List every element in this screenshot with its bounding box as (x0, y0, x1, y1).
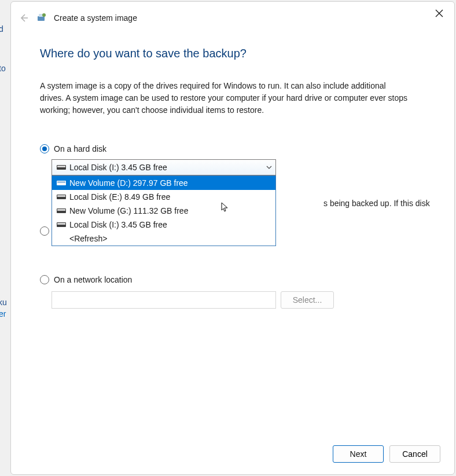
svg-rect-4 (57, 166, 65, 167)
page-description: A system image is a copy of the drives r… (40, 80, 410, 116)
hard-disk-combo-wrapper: Local Disk (I:) 3.45 GB free New Volume … (52, 159, 276, 175)
dropdown-item-refresh[interactable]: <Refresh> (52, 232, 275, 246)
radio-icon (40, 226, 49, 236)
combo-selected-text: Local Disk (I:) 3.45 GB free (69, 163, 167, 172)
close-icon (435, 9, 443, 17)
drive-icon (57, 208, 66, 214)
chevron-down-icon (266, 163, 272, 172)
network-input-row: Select... (52, 291, 425, 309)
svg-rect-12 (57, 223, 65, 225)
close-button[interactable] (430, 5, 448, 21)
radio-icon (40, 275, 49, 284)
next-button[interactable]: Next (333, 445, 384, 463)
hard-disk-combo[interactable]: Local Disk (I:) 3.45 GB free (52, 159, 276, 175)
radio-label-hard-disk: On a hard disk (54, 144, 106, 153)
dialog-header: Create a system image (11, 2, 454, 27)
dropdown-item-label: New Volume (D:) 297.97 GB free (69, 178, 188, 188)
dialog-content: Where do you want to save the backup? A … (11, 27, 454, 436)
network-location-input[interactable] (52, 291, 276, 309)
dropdown-item-label: Local Disk (E:) 8.49 GB free (69, 192, 170, 202)
radio-label-network: On a network location (54, 275, 132, 284)
svg-rect-8 (57, 195, 65, 197)
dropdown-item-local-disk-e[interactable]: Local Disk (E:) 8.49 GB free (52, 190, 275, 204)
svg-point-2 (42, 13, 46, 17)
radio-dvd[interactable] (40, 226, 49, 236)
dropdown-item-label: Local Disk (I:) 3.45 GB free (69, 220, 167, 229)
back-arrow-icon (19, 13, 28, 23)
option-hard-disk: On a hard disk Local Disk (I:) 3.45 GB f… (40, 144, 425, 175)
svg-rect-0 (38, 16, 45, 21)
svg-rect-10 (57, 209, 65, 211)
drive-icon (57, 222, 66, 228)
dialog-title: Create a system image (54, 13, 137, 23)
drive-icon (57, 164, 66, 170)
warning-text-fragment: s being backed up. If this disk (323, 199, 430, 208)
background-sidebar: d to cku er (0, 0, 10, 476)
radio-network[interactable]: On a network location (40, 275, 425, 284)
cancel-button[interactable]: Cancel (389, 445, 440, 463)
dropdown-item-new-volume-d[interactable]: New Volume (D:) 297.97 GB free (52, 176, 275, 190)
dropdown-item-label: <Refresh> (69, 234, 107, 243)
back-button[interactable] (18, 12, 30, 24)
svg-rect-6 (57, 181, 65, 183)
dropdown-item-local-disk-i[interactable]: Local Disk (I:) 3.45 GB free (52, 218, 275, 232)
page-heading: Where do you want to save the backup? (40, 47, 425, 60)
radio-icon (40, 144, 49, 153)
system-image-icon (36, 13, 47, 23)
drive-icon (57, 194, 66, 200)
hard-disk-dropdown: New Volume (D:) 297.97 GB free Local Dis… (52, 175, 276, 246)
dropdown-item-new-volume-g[interactable]: New Volume (G:) 111.32 GB free (52, 204, 275, 218)
create-system-image-dialog: Create a system image Where do you want … (10, 1, 455, 475)
drive-icon (57, 180, 66, 186)
dropdown-item-label: New Volume (G:) 111.32 GB free (69, 206, 188, 215)
radio-hard-disk[interactable]: On a hard disk (40, 144, 425, 153)
select-button[interactable]: Select... (281, 291, 334, 309)
option-network: On a network location Select... (40, 275, 425, 309)
dialog-footer: Next Cancel (11, 436, 454, 474)
